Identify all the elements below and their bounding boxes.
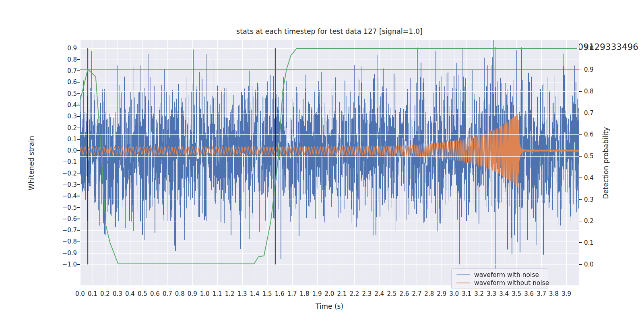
left-y-tick-label: 0.4	[49, 101, 77, 109]
left-y-tick-mark	[77, 93, 80, 94]
legend-item-clean: waveform without noise	[456, 279, 544, 287]
left-y-tick-mark	[77, 253, 80, 254]
left-y-tick-mark	[77, 230, 80, 231]
right-y-tick-mark	[579, 113, 582, 114]
right-y-tick-label: 1.0	[584, 45, 612, 52]
x-tick-label: 3.9	[558, 290, 574, 297]
right-y-axis-label: Detection probability	[602, 107, 610, 219]
right-y-tick-mark	[579, 134, 582, 135]
left-y-tick-mark	[77, 162, 80, 163]
left-y-tick-mark	[77, 139, 80, 140]
left-y-tick-mark	[77, 150, 80, 151]
legend-label: waveform without noise	[474, 279, 549, 287]
left-y-tick-label: 0.5	[49, 90, 77, 97]
right-y-tick-mark	[579, 156, 582, 157]
left-y-tick-label: −0.6	[49, 215, 77, 223]
left-y-tick-label: −0.4	[49, 192, 77, 200]
left-y-tick-label: 0.8	[49, 56, 77, 63]
left-y-tick-label: −0.8	[49, 238, 77, 245]
x-axis-label: Time (s)	[80, 302, 579, 310]
left-y-tick-label: 0.7	[49, 67, 77, 74]
right-y-tick-mark	[579, 221, 582, 222]
left-y-tick-mark	[77, 105, 80, 105]
right-y-tick-mark	[579, 264, 582, 265]
left-y-tick-label: 0.3	[49, 113, 77, 120]
left-y-tick-label: 0.0	[49, 147, 77, 154]
left-y-tick-mark	[77, 116, 80, 117]
left-y-tick-mark	[77, 219, 80, 219]
left-y-tick-label: −0.2	[49, 170, 77, 177]
legend-line-swatch-blue	[456, 275, 470, 275]
left-y-tick-label: −0.9	[49, 250, 77, 257]
right-y-tick-mark	[579, 178, 582, 178]
legend-label: waveform with noise	[474, 271, 539, 279]
right-y-tick-mark	[579, 199, 582, 200]
right-y-tick-mark	[579, 91, 582, 92]
legend-item-noisy: waveform with noise	[456, 271, 544, 279]
left-y-tick-mark	[77, 82, 80, 83]
right-y-tick-label: 0.9	[584, 66, 612, 73]
left-y-tick-mark	[77, 184, 80, 185]
figure: stats at each timestep for test data 127…	[0, 0, 644, 322]
left-y-tick-label: −0.1	[49, 158, 77, 165]
right-y-tick-mark	[579, 242, 582, 243]
left-y-tick-label: 0.9	[49, 45, 77, 52]
right-y-tick-mark	[579, 70, 582, 70]
right-y-tick-label: 0.8	[584, 88, 612, 95]
left-y-tick-mark	[77, 70, 80, 71]
right-y-tick-label: 0.1	[584, 239, 612, 246]
plot-canvas	[80, 40, 579, 285]
plot-area	[80, 40, 579, 285]
left-y-tick-mark	[77, 59, 80, 60]
legend-line-swatch-orange	[456, 283, 470, 283]
left-y-tick-label: 0.6	[49, 78, 77, 86]
left-y-axis-label: Whitened strain	[27, 107, 35, 219]
left-y-tick-label: 0.1	[49, 136, 77, 143]
left-y-tick-label: 0.2	[49, 124, 77, 132]
left-y-tick-mark	[77, 264, 80, 265]
left-y-tick-label: −0.3	[49, 181, 77, 188]
left-y-tick-label: −1.0	[49, 261, 77, 268]
left-y-tick-mark	[77, 48, 80, 49]
left-y-tick-mark	[77, 173, 80, 174]
left-y-tick-label: −0.5	[49, 204, 77, 211]
left-y-tick-mark	[77, 242, 80, 242]
chart-title: stats at each timestep for test data 127…	[80, 27, 579, 35]
right-y-tick-label: 0.0	[584, 261, 612, 268]
legend: waveform with noise waveform without noi…	[451, 268, 548, 289]
left-y-tick-mark	[77, 196, 80, 196]
left-y-tick-mark	[77, 207, 80, 208]
left-y-tick-label: −0.7	[49, 227, 77, 234]
right-y-tick-mark	[579, 48, 582, 49]
left-y-tick-mark	[77, 128, 80, 128]
